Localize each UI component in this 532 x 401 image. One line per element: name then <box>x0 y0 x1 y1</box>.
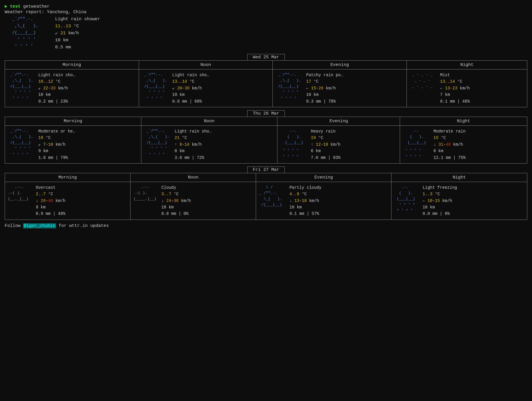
data-noon-thu: Light rain sho… 21 °C ↑ 8-14 km/h 8 km 3… <box>174 128 211 161</box>
th-evening-thu: Evening <box>277 117 400 125</box>
cell-night-fri: .-. ( ). (___(__) ' * ' * * ' * ' Light … <box>392 182 527 220</box>
ascii-evening-wed: _`/"".-. ,\_( ). /(___(__) ' ' ' ' ' ' '… <box>276 72 303 101</box>
th-morning-wed: Morning <box>5 61 139 69</box>
th-noon-fri: Noon <box>131 173 256 182</box>
cell-inner-morning-wed: _`/"".-. ,\_( ). /(___(__) ' ' ' ' ' ' '… <box>8 72 136 105</box>
desc-night-wed: Mist <box>440 72 470 78</box>
day-label-thu: Thu 26 Mar <box>247 110 285 117</box>
precip-night-thu: 12.1 mm | 75% <box>433 154 465 161</box>
desc-noon-fri: Cloudy <box>161 184 191 191</box>
desc-morning-fri: Overcast <box>36 184 65 191</box>
wind-noon-thu: ↑ 8-14 km/h <box>174 141 211 148</box>
desc-evening-thu: Heavy rain <box>311 128 340 135</box>
current-precip: 0.5 mm <box>55 44 100 51</box>
cell-night-thu: .-. ( ). (___(__) ‚ ‚ ‚ ‚ ‚ ‚ ‚ ‚ Modera… <box>400 125 527 163</box>
period-headers-wed: Morning Noon Evening Night <box>5 61 527 69</box>
cell-inner-evening-fri: \ / _ /"".-. \_( ). /(___(__) Partly clo… <box>259 184 388 217</box>
wind-night-fri: ← 10-15 km/h <box>423 198 457 204</box>
cell-inner-noon-wed: _`/"".-. ,\_( ). /(___(__) ' ' ' ' ' ' '… <box>142 72 270 105</box>
day-section-thu: Thu 26 Mar Morning Noon Evening Night _`… <box>5 110 527 164</box>
cell-noon-wed: _`/"".-. ,\_( ). /(___(__) ' ' ' ' ' ' '… <box>139 69 273 107</box>
precip-evening-thu: 7.0 mm | 83% <box>311 154 340 161</box>
cell-morning-wed: _`/"".-. ,\_( ). /(___(__) ' ' ' ' ' ' '… <box>5 69 139 107</box>
data-evening-wed: Patchy rain po… 17 °C ← 15-26 km/h 10 km… <box>306 72 343 105</box>
ascii-night-wed: _ - _ - _ _ - _ - _ - _ - _ <box>410 72 437 89</box>
ascii-morning-wed: _`/"".-. ,\_( ). /(___(__) ' ' ' ' ' ' '… <box>8 72 35 101</box>
temp-night-thu: 15 °C <box>433 135 465 141</box>
wind-morning-wed: ↙ 22-33 km/h <box>38 85 75 91</box>
precip-night-fri: 0.0 mm | 0% <box>423 210 457 217</box>
day-section-fri: Fri 27 Mar Morning Noon Evening Night .-… <box>5 166 527 220</box>
period-headers-thu: Morning Noon Evening Night <box>5 117 527 125</box>
current-ascii-art: _`/"".-. ,\_( ). /(___(__) ' ' ' ' ' ' '… <box>9 16 50 50</box>
cell-morning-thu: _`/"".-. ,\_( ). /(___(__) ' ' ' ' ' ' '… <box>5 125 141 163</box>
day-table-thu: Morning Noon Evening Night _`/"".-. ,\_(… <box>5 117 527 164</box>
desc-evening-wed: Patchy rain po… <box>306 72 343 78</box>
precip-noon-thu: 3.6 mm | 72% <box>174 154 211 161</box>
cell-evening-thu: .-. ( ). (___(__) ‚ ‚ ‚ ‚ ‚ ‚ ‚ ‚ Heavy … <box>277 125 400 163</box>
temp-night-fri: 1..3 °C <box>423 191 457 197</box>
precip-morning-fri: 0.9 mm | 48% <box>36 210 65 217</box>
vis-morning-fri: 9 km <box>36 204 65 210</box>
wind-evening-fri: ↓ 13-18 km/h <box>289 198 321 204</box>
temp-noon-wed: 13..14 °C <box>172 78 209 85</box>
desc-morning-thu: Moderate or he… <box>38 128 75 135</box>
temp-evening-wed: 17 °C <box>306 78 343 85</box>
ascii-night-fri: .-. ( ). (___(__) ' * ' * * ' * ' <box>394 184 420 214</box>
data-morning-thu: Moderate or he… 19 °C ↙ 7-10 km/h 9 km 1… <box>38 128 75 161</box>
cell-inner-night-wed: _ - _ - _ _ - _ - _ - _ - _ Mist 13..14 … <box>410 72 524 105</box>
wind-evening-wed: ← 15-26 km/h <box>306 85 343 91</box>
ascii-morning-fri: .--. .-( ). (__._)__) <box>8 184 33 202</box>
vis-night-fri: 10 km <box>423 204 457 210</box>
day-label-wrapper-wed: Wed 25 Mar <box>5 54 527 61</box>
terminal-header: ▶ test getweather Weather report: Yanche… <box>5 4 527 15</box>
cell-inner-evening-thu: .-. ( ). (___(__) ‚ ‚ ‚ ‚ ‚ ‚ ‚ ‚ Heavy … <box>280 128 397 161</box>
th-night-thu: Night <box>400 117 527 125</box>
vis-night-thu: 6 km <box>433 148 465 154</box>
ascii-noon-fri: .--. .-( ). (____.)__) <box>133 184 158 202</box>
current-visibility: 10 km <box>55 37 100 44</box>
precip-night-wed: 0.1 mm | 46% <box>440 98 470 105</box>
day-label-fri: Fri 27 Mar <box>247 166 285 173</box>
temp-morning-fri: 2..7 °C <box>36 191 65 197</box>
follow-prefix: Follow <box>5 223 23 228</box>
follow-line: Follow @igor_chubin for wttr.in updates <box>5 223 527 228</box>
data-morning-wed: Light rain sho… 10..12 °C ↙ 22-33 km/h 1… <box>38 72 75 105</box>
wind-noon-fri: ↓ 24-36 km/h <box>161 198 191 204</box>
desc-morning-wed: Light rain sho… <box>38 72 75 78</box>
vis-evening-fri: 10 km <box>289 204 321 210</box>
day-section-wed: Wed 25 Mar Morning Noon Evening Night _`… <box>5 54 527 107</box>
wind-noon-wed: ↙ 20-30 km/h <box>172 85 209 91</box>
th-morning-thu: Morning <box>5 117 141 125</box>
cell-inner-morning-fri: .--. .-( ). (__._)__) Overcast 2..7 °C ↓… <box>8 184 127 217</box>
cell-noon-thu: _`/"".-. ,\_( ). /(___(__) ' ' ' ' ' ' '… <box>141 125 277 163</box>
wind-morning-thu: ↙ 7-10 km/h <box>38 141 75 148</box>
vis-evening-wed: 10 km <box>306 91 343 98</box>
temp-evening-fri: 4..6 °C <box>289 191 321 197</box>
vis-morning-thu: 9 km <box>38 148 75 154</box>
current-temp: 11..13 °C <box>55 23 100 30</box>
data-noon-wed: Light rain sho… 13..14 °C ↙ 20-30 km/h 1… <box>172 72 209 105</box>
th-night-fri: Night <box>392 173 527 182</box>
current-desc: Light rain shower 11..13 °C ↙ 21 km/h 10… <box>55 16 100 51</box>
desc-noon-thu: Light rain sho… <box>174 128 211 135</box>
data-morning-fri: Overcast 2..7 °C ↓ 26-40 km/h 9 km 0.9 m… <box>36 184 65 217</box>
ascii-morning-thu: _`/"".-. ,\_( ). /(___(__) ' ' ' ' ' ' '… <box>8 128 35 158</box>
temp-morning-thu: 19 °C <box>38 135 75 141</box>
cell-inner-morning-thu: _`/"".-. ,\_( ). /(___(__) ' ' ' ' ' ' '… <box>8 128 138 161</box>
period-row-wed: _`/"".-. ,\_( ). /(___(__) ' ' ' ' ' ' '… <box>5 69 527 107</box>
day-table-wed: Morning Noon Evening Night _`/"".-. ,\_(… <box>5 60 527 107</box>
ascii-evening-thu: .-. ( ). (___(__) ‚ ‚ ‚ ‚ ‚ ‚ ‚ ‚ <box>280 128 308 158</box>
data-night-wed: Mist 13..14 °C ← 13-23 km/h 7 km 0.1 mm … <box>440 72 470 105</box>
precip-noon-wed: 0.6 mm | 68% <box>172 98 209 105</box>
th-noon-thu: Noon <box>141 117 277 125</box>
temp-noon-fri: 3..7 °C <box>161 191 191 197</box>
cell-inner-night-fri: .-. ( ). (___(__) ' * ' * * ' * ' Light … <box>394 184 524 217</box>
follow-handle[interactable]: @igor_chubin <box>23 223 56 228</box>
th-morning-fri: Morning <box>5 173 131 182</box>
desc-evening-fri: Partly cloudy <box>289 184 321 191</box>
data-night-thu: Moderate rain 15 °C ↓ 31-48 km/h 6 km 12… <box>433 128 465 161</box>
report-label: Weather report: <box>5 10 44 15</box>
data-evening-thu: Heavy rain 19 °C ↑ 12-18 km/h 6 km 7.0 m… <box>311 128 340 161</box>
data-evening-fri: Partly cloudy 4..6 °C ↓ 13-18 km/h 10 km… <box>289 184 321 217</box>
